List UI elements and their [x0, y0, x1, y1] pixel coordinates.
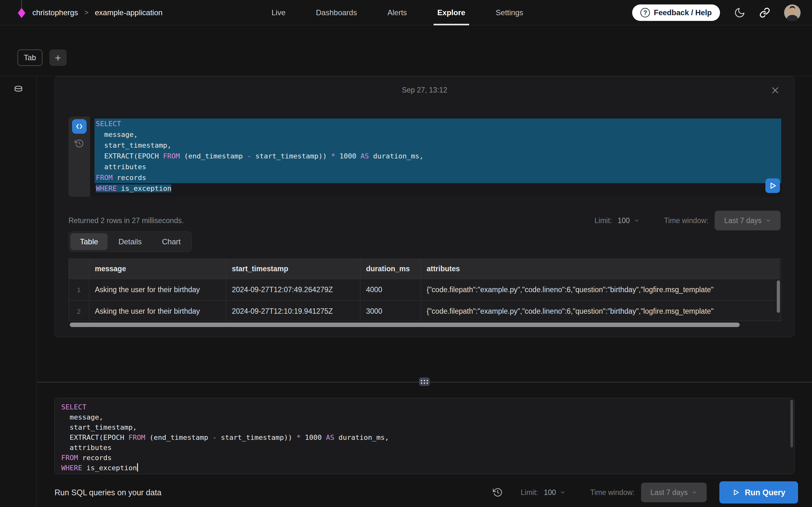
- run-query-play-icon[interactable]: [765, 178, 780, 193]
- horizontal-scroll-thumb[interactable]: [70, 323, 740, 327]
- dark-mode-moon-icon[interactable]: [734, 7, 745, 18]
- run-query-label: Run Query: [745, 488, 785, 497]
- chevron-down-icon: [765, 218, 771, 223]
- time-window-value: Last 7 days: [724, 216, 762, 225]
- table-header-cell: [69, 259, 89, 279]
- add-tab-button[interactable]: +: [49, 49, 67, 66]
- main-nav: Live Dashboards Alerts Explore Settings: [271, 0, 523, 25]
- help-circle-icon: ?: [641, 8, 650, 17]
- close-icon[interactable]: [770, 85, 780, 95]
- code-brackets-icon[interactable]: [72, 119, 87, 134]
- view-tab-details[interactable]: Details: [109, 233, 151, 250]
- play-icon: [732, 489, 740, 496]
- left-sidebar: [0, 76, 37, 507]
- result-status-text: Returned 2 rows in 27 milliseconds.: [68, 216, 184, 225]
- history-icon[interactable]: [74, 139, 84, 148]
- table-cell: {"code.filepath":"example.py","code.line…: [421, 301, 780, 321]
- limit-select[interactable]: 100: [544, 488, 565, 497]
- sql-line: attributes: [60, 443, 794, 453]
- chevron-down-icon: [634, 218, 640, 223]
- tab-chip[interactable]: Tab: [17, 49, 43, 66]
- time-window-select[interactable]: Last 7 days: [641, 483, 707, 502]
- sql-line: attributes: [95, 162, 781, 172]
- table-cell: 4000: [360, 279, 421, 301]
- editor-hint-text: Run SQL queries on your data: [55, 488, 161, 497]
- table-cell: 2: [69, 301, 89, 321]
- time-window-label: Time window:: [590, 488, 635, 497]
- user-avatar[interactable]: [784, 4, 801, 21]
- chevron-down-icon: [560, 490, 565, 495]
- table-cell: 1: [69, 279, 89, 301]
- sql-line: EXTRACT(EPOCH FROM (end_timestamp - star…: [95, 151, 781, 162]
- sql-line: EXTRACT(EPOCH FROM (end_timestamp - star…: [60, 433, 794, 443]
- table-cell: 3000: [360, 301, 421, 321]
- explore-page: christophergs > example-application Live…: [0, 0, 812, 507]
- database-schema-icon[interactable]: [13, 84, 24, 96]
- sql-line: message,: [95, 129, 781, 140]
- sql-line: message,: [60, 412, 794, 422]
- query-history-icon[interactable]: [493, 487, 503, 498]
- share-link-icon[interactable]: [759, 7, 770, 18]
- limit-select[interactable]: 100: [618, 216, 639, 225]
- limit-value: 100: [544, 488, 556, 497]
- time-window-value: Last 7 days: [651, 488, 688, 497]
- logfire-logo-icon[interactable]: [17, 8, 26, 18]
- logo-stem: [21, 0, 22, 8]
- nav-item-settings[interactable]: Settings: [496, 0, 523, 25]
- sql-line: SELECT: [60, 402, 794, 412]
- nav-item-explore[interactable]: Explore: [438, 0, 465, 25]
- table-header-cell: duration_ms: [360, 259, 421, 279]
- feedback-help-button[interactable]: ? Feedback / Help: [632, 4, 720, 21]
- time-window-label: Time window:: [664, 216, 709, 225]
- breadcrumb-org[interactable]: christophergs: [32, 8, 78, 17]
- table-cell: 2024-09-27T12:10:19.941275Z: [226, 301, 360, 321]
- table-cell: Asking the user for their birthday: [89, 279, 226, 301]
- table-row[interactable]: 1Asking the user for their birthday2024-…: [69, 279, 781, 301]
- sql-code-selected[interactable]: SELECT message, start_timestamp, EXTRACT…: [90, 117, 781, 197]
- view-tab-chart[interactable]: Chart: [153, 233, 190, 250]
- editor-vertical-scrollbar[interactable]: [791, 400, 793, 447]
- nav-item-dashboards[interactable]: Dashboards: [316, 0, 357, 25]
- sql-line: FROM records: [95, 172, 781, 183]
- resize-grip[interactable]: [419, 377, 430, 386]
- editor-gutter: [68, 117, 90, 197]
- query-tabs-bar: Tab +: [17, 49, 67, 66]
- table-cell: 2024-09-27T12:07:49.264279Z: [226, 279, 360, 301]
- table-header-row: messagestart_timestampduration_msattribu…: [69, 259, 781, 279]
- feedback-help-label: Feedback / Help: [654, 8, 712, 17]
- top-nav: christophergs > example-application Live…: [0, 0, 812, 25]
- table-header-cell: attributes: [421, 259, 780, 279]
- table-horizontal-scrollbar: [68, 322, 781, 327]
- breadcrumb-project[interactable]: example-application: [95, 8, 162, 17]
- results-table: messagestart_timestampduration_msattribu…: [68, 259, 781, 321]
- limit-label: Limit:: [520, 488, 538, 497]
- sql-line: start_timestamp,: [60, 422, 794, 433]
- table-cell: Asking the user for their birthday: [89, 301, 226, 321]
- nav-item-alerts[interactable]: Alerts: [387, 0, 407, 25]
- table-vertical-scrollbar[interactable]: [777, 280, 780, 313]
- view-tab-table[interactable]: Table: [70, 233, 107, 250]
- limit-value: 100: [618, 216, 629, 225]
- nav-right-group: ? Feedback / Help: [632, 0, 801, 25]
- query-timestamp: Sep 27, 13:12: [55, 86, 794, 95]
- chevron-down-icon: [692, 490, 697, 495]
- result-status-row: Returned 2 rows in 27 milliseconds. Limi…: [68, 210, 780, 232]
- query-action-bar: Run SQL queries on your data Limit: 100 …: [55, 479, 798, 506]
- run-query-button[interactable]: Run Query: [719, 481, 798, 504]
- limit-label: Limit:: [595, 216, 612, 225]
- table-row[interactable]: 2Asking the user for their birthday2024-…: [69, 301, 781, 321]
- nav-item-live[interactable]: Live: [271, 0, 286, 25]
- table-header-cell: message: [89, 259, 226, 279]
- sql-line: WHERE is_exception: [60, 463, 794, 473]
- result-view-switcher: Table Details Chart: [68, 231, 192, 252]
- sql-line: FROM records: [60, 453, 794, 463]
- sql-editor-readonly: SELECT message, start_timestamp, EXTRACT…: [68, 117, 781, 197]
- table-header-cell: start_timestamp: [226, 259, 360, 279]
- table-cell: {"code.filepath":"example.py","code.line…: [421, 279, 780, 301]
- time-window-select[interactable]: Last 7 days: [715, 211, 780, 230]
- breadcrumb-separator: >: [84, 9, 89, 17]
- text-cursor: [137, 463, 138, 471]
- result-controls: Limit: 100 Time window: Last 7 days: [595, 211, 780, 230]
- sql-line: SELECT: [95, 118, 781, 129]
- sql-editor-input[interactable]: SELECT message, start_timestamp, EXTRACT…: [55, 398, 795, 474]
